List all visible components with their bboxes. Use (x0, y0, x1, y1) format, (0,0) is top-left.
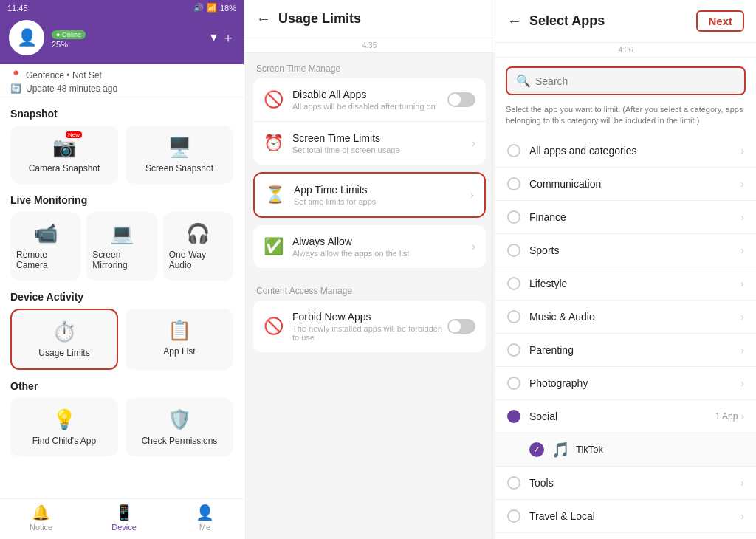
device-icon: 📱 (115, 504, 134, 521)
search-input[interactable] (535, 75, 735, 87)
disable-all-apps-item[interactable]: 🚫 Disable All Apps All apps will be disa… (253, 78, 486, 122)
category-arrow-icon: › (740, 477, 744, 489)
find-childs-icon: 💡 (52, 408, 76, 431)
radio-button[interactable] (507, 244, 520, 257)
other-grid: 💡 Find Child's App 🛡️ Check Permissions (0, 398, 244, 456)
nav-me[interactable]: 👤 Me (196, 504, 214, 532)
category-arrow-icon: › (740, 510, 744, 522)
list-item[interactable]: Sports› (495, 234, 756, 267)
app-list: All apps and categories›Communication›Fi… (495, 134, 756, 539)
check-permissions-card[interactable]: 🛡️ Check Permissions (126, 398, 233, 456)
screen-mirroring-icon: 💻 (110, 222, 134, 245)
battery-percent: 25% (52, 40, 86, 49)
always-allow-title: Always Allow (292, 236, 472, 247)
list-item[interactable]: Finance› (495, 201, 756, 234)
one-way-audio-card[interactable]: 🎧 One-Way Audio (163, 212, 233, 281)
category-arrow-icon: › (740, 278, 744, 289)
app-time-limits-text: App Time Limits Set time limits for apps (294, 184, 470, 206)
forbid-new-apps-text: Forbid New Apps The newly installed apps… (292, 311, 447, 342)
status-battery: 🔊📶18% (193, 3, 236, 13)
right-status-time: 4:36 (619, 46, 633, 54)
category-name: Finance (529, 211, 740, 223)
check-permissions-icon: 🛡️ (168, 408, 191, 431)
radio-button[interactable] (507, 343, 520, 357)
list-item[interactable]: Music & Audio› (495, 301, 756, 334)
screen-snapshot-card[interactable]: 🖥️ Screen Snapshot (126, 126, 233, 184)
always-allow-sub: Always allow the apps on the list (292, 249, 472, 258)
me-icon: 👤 (196, 504, 214, 521)
mid-status-bar: 4:35 (244, 38, 495, 53)
app-list-card[interactable]: 📋 App List (126, 309, 233, 370)
screen-time-limits-icon: ⏰ (264, 134, 284, 153)
profile-controls: ▾ ＋ (210, 29, 235, 47)
radio-button[interactable] (507, 410, 520, 423)
forbid-new-apps-toggle[interactable] (447, 319, 475, 334)
app-time-limits-item[interactable]: ⏳ App Time Limits Set time limits for ap… (255, 174, 484, 216)
list-item[interactable]: Travel & Local› (495, 500, 756, 533)
list-item[interactable]: ✓🎵TikTok (495, 433, 756, 467)
app-time-limits-icon: ⏳ (265, 185, 285, 205)
screen-time-limits-title: Screen Time Limits (292, 132, 472, 144)
live-monitoring-title: Live Monitoring (0, 184, 244, 212)
category-name: Travel & Local (529, 510, 740, 522)
forbid-new-apps-item[interactable]: 🚫 Forbid New Apps The newly installed ap… (253, 301, 486, 352)
add-icon[interactable]: ＋ (221, 29, 235, 47)
radio-button[interactable] (507, 476, 520, 490)
forbid-new-apps-card: 🚫 Forbid New Apps The newly installed ap… (253, 301, 486, 352)
always-allow-arrow: › (472, 240, 475, 253)
forbid-new-apps-icon: 🚫 (264, 317, 284, 336)
geofence-label: Geofence • Not Set (26, 70, 102, 80)
dropdown-icon[interactable]: ▾ (210, 29, 217, 47)
panel-right: ← Select Apps Next 4:36 🔍 Select the app… (495, 0, 756, 539)
remote-camera-card[interactable]: 📹 Remote Camera (10, 212, 80, 281)
bottom-nav: 🔔 Notice 📱 Device 👤 Me (0, 498, 244, 539)
radio-button[interactable] (507, 177, 520, 190)
one-way-audio-icon: 🎧 (186, 222, 210, 245)
camera-snapshot-card[interactable]: 📷New Camera Snapshot (10, 126, 118, 184)
radio-button[interactable] (507, 509, 520, 523)
category-name: Lifestyle (529, 278, 740, 289)
category-name: Music & Audio (529, 311, 740, 323)
right-status-bar: 4:36 (495, 43, 756, 58)
mid-back-button[interactable]: ← (256, 10, 271, 27)
radio-button[interactable] (507, 310, 520, 323)
list-item[interactable]: Parenting› (495, 334, 756, 367)
nav-notice[interactable]: 🔔 Notice (30, 504, 52, 532)
radio-button[interactable] (507, 144, 520, 157)
nav-device[interactable]: 📱 Device (111, 504, 137, 532)
list-item[interactable]: Social1 App› (495, 400, 756, 433)
online-badge: ● Online (52, 30, 86, 39)
scroll-content: Snapshot 📷New Camera Snapshot 🖥️ Screen … (0, 97, 244, 539)
app-time-limits-card: ⏳ App Time Limits Set time limits for ap… (253, 172, 486, 218)
category-name: Photography (529, 377, 740, 389)
radio-button[interactable] (507, 277, 520, 290)
content-access-label: Content Access Manage (244, 275, 495, 301)
radio-button[interactable] (507, 210, 520, 224)
me-label: Me (199, 523, 210, 532)
category-name: Communication (529, 178, 740, 190)
right-back-button[interactable]: ← (507, 13, 522, 30)
find-childs-app-card[interactable]: 💡 Find Child's App (10, 398, 118, 456)
screen-time-limits-item[interactable]: ⏰ Screen Time Limits Set total time of s… (253, 122, 486, 165)
right-header: ← Select Apps Next (495, 0, 756, 43)
app-time-limits-arrow: › (470, 188, 474, 202)
screen-time-manage-card: 🚫 Disable All Apps All apps will be disa… (253, 78, 486, 165)
category-arrow-icon: › (740, 377, 744, 389)
usage-limits-card[interactable]: ⏱️ Usage Limits (10, 309, 118, 370)
radio-button[interactable] (507, 377, 520, 390)
list-item[interactable]: Tools› (495, 467, 756, 500)
panel-left: 11:45 🔊📶18% 👤 ● Online 25% ▾ ＋ 📍Geofence… (0, 0, 244, 539)
category-name: Sports (529, 244, 740, 256)
remote-camera-icon: 📹 (34, 222, 58, 245)
list-item[interactable]: Photography› (495, 367, 756, 400)
right-title: Select Apps (529, 13, 689, 29)
list-item[interactable]: Lifestyle› (495, 267, 756, 301)
screen-mirroring-card[interactable]: 💻 Screen Mirroring (86, 212, 157, 281)
always-allow-item[interactable]: ✅ Always Allow Always allow the apps on … (253, 225, 486, 268)
list-item[interactable]: Communication› (495, 168, 756, 201)
next-button[interactable]: Next (696, 10, 744, 32)
one-way-audio-label: One-Way Audio (169, 250, 227, 270)
disable-all-apps-toggle[interactable] (447, 92, 475, 107)
list-item[interactable]: All apps and categories› (495, 134, 756, 168)
category-arrow-icon: › (740, 211, 744, 223)
